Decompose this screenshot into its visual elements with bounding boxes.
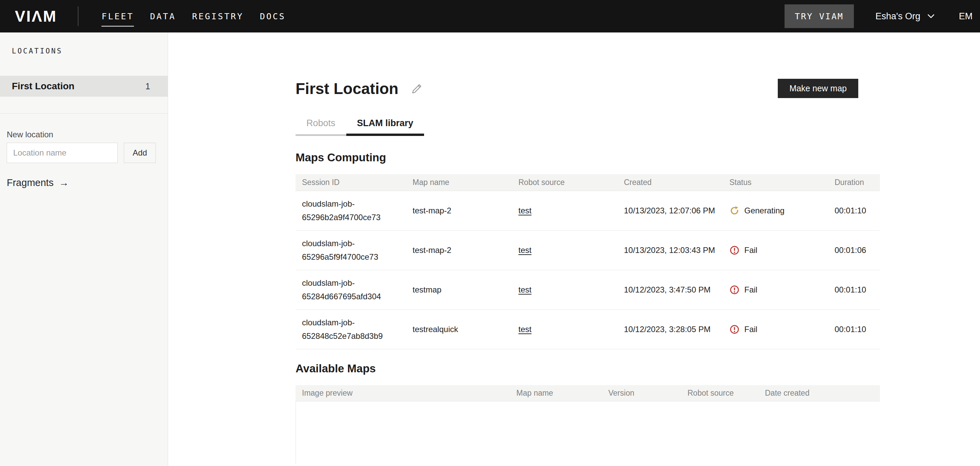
column-header-robot-source: Robot source [681,388,759,398]
maps-computing-header-row: Session ID Map name Robot source Created… [296,174,880,191]
locations-sidebar: LOCATIONS First Location 1 New location … [0,32,168,466]
maps-computing-table: Session ID Map name Robot source Created… [296,174,880,349]
duration-cell: 00:01:10 [828,323,880,336]
table-row: cloudslam-job-652848c52e7ab8d3b9 testrea… [296,310,880,349]
new-location-form: Add [7,143,161,163]
column-header-duration: Duration [828,178,880,187]
duration-cell: 00:01:10 [828,283,880,297]
maps-computing-body: cloudslam-job-65296b2a9f4700ce73 test-ma… [296,191,880,349]
fragments-label: Fragments [7,177,54,188]
status-cell: Generating [723,205,828,216]
status-cell: Fail [723,324,828,334]
nav-item-registry[interactable]: REGISTRY [192,0,243,32]
tab-slam-library[interactable]: SLAM library [346,118,425,136]
status-label: Generating [744,205,784,216]
column-header-created: Created [617,178,723,187]
robot-source-link[interactable]: test [519,285,531,294]
column-header-version: Version [602,388,681,398]
session-id-cell: cloudslam-job-652848c52e7ab8d3b9 [296,316,406,343]
robot-source-cell: test [512,283,617,297]
org-switcher[interactable]: Esha's Org [875,11,935,22]
viam-logo[interactable]: VIΛM [15,7,57,25]
status-cell: Fail [723,285,828,295]
try-viam-button[interactable]: TRY VIAM [784,5,854,28]
maps-computing-heading: Maps Computing [296,151,880,164]
location-robot-count: 1 [145,81,150,91]
main-content: First Location Make new map Robots SLAM … [168,32,980,466]
sidebar-heading: LOCATIONS [0,32,168,55]
robot-source-link[interactable]: test [519,245,531,254]
table-row: cloudslam-job-65284d667695afd304 testmap… [296,270,880,310]
primary-nav: FLEET DATA REGISTRY DOCS [102,0,285,32]
session-id-cell: cloudslam-job-65296a5f9f4700ce73 [296,237,406,264]
page-title: First Location [296,80,398,98]
nav-divider [78,6,78,26]
map-name-cell: test-map-2 [406,204,512,218]
tab-bar: Robots SLAM library [296,118,880,136]
robot-source-cell: test [512,323,617,336]
column-header-date-created: Date created [759,388,880,398]
title-row: First Location Make new map [296,79,880,98]
available-maps-table: Image preview Map name Version Robot sou… [296,385,880,464]
fail-alert-icon [729,324,740,334]
session-id-cell: cloudslam-job-65296b2a9f4700ce73 [296,197,406,224]
robot-source-link[interactable]: test [519,206,531,215]
user-avatar[interactable]: EM [959,11,973,22]
top-navigation-bar: VIΛM FLEET DATA REGISTRY DOCS TRY VIAM E… [0,0,980,32]
status-label: Fail [744,285,757,295]
new-location-section: New location Add [0,114,168,163]
column-header-session-id: Session ID [296,178,406,187]
location-name-input[interactable] [7,143,118,163]
created-cell: 10/13/2023, 12:07:06 PM [617,204,723,218]
fail-alert-icon [729,245,740,255]
map-name-cell: testmap [406,283,512,297]
map-name-cell: testrealquick [406,323,512,336]
column-header-image-preview: Image preview [296,388,510,398]
robot-source-cell: test [512,204,617,218]
robot-source-cell: test [512,243,617,257]
nav-item-fleet[interactable]: FLEET [102,0,134,32]
table-row: cloudslam-job-65296a5f9f4700ce73 test-ma… [296,231,880,270]
nav-item-docs[interactable]: DOCS [260,0,285,32]
arrow-right-icon: → [59,177,69,188]
chevron-down-icon [927,14,935,19]
sidebar-item-first-location[interactable]: First Location 1 [0,76,168,97]
column-header-map-name: Map name [510,388,602,398]
nav-item-data[interactable]: DATA [150,0,176,32]
column-header-map-name: Map name [406,178,512,187]
available-maps-heading: Available Maps [296,362,880,375]
column-header-status: Status [723,178,828,187]
status-cell: Fail [723,245,828,255]
org-name: Esha's Org [875,11,921,22]
created-cell: 10/12/2023, 3:28:05 PM [617,323,723,336]
column-header-robot-source: Robot source [512,178,617,187]
new-location-label: New location [7,130,161,139]
fragments-link[interactable]: Fragments → [7,177,69,188]
table-row: cloudslam-job-65296b2a9f4700ce73 test-ma… [296,191,880,231]
session-id-cell: cloudslam-job-65284d667695afd304 [296,276,406,303]
status-label: Fail [744,324,757,334]
status-label: Fail [744,245,757,255]
robot-source-link[interactable]: test [519,324,531,334]
map-name-cell: test-map-2 [406,243,512,257]
fail-alert-icon [729,285,740,295]
make-new-map-button[interactable]: Make new map [778,79,858,98]
add-location-button[interactable]: Add [124,143,156,163]
tab-robots[interactable]: Robots [296,118,346,136]
created-cell: 10/12/2023, 3:47:50 PM [617,283,723,297]
edit-pencil-icon[interactable] [411,83,423,94]
created-cell: 10/13/2023, 12:03:43 PM [617,243,723,257]
location-name: First Location [12,81,75,92]
available-maps-empty-body [296,401,880,464]
available-maps-header-row: Image preview Map name Version Robot sou… [296,385,880,401]
duration-cell: 00:01:10 [828,204,880,218]
duration-cell: 00:01:06 [828,243,880,257]
generating-refresh-icon [729,205,740,216]
